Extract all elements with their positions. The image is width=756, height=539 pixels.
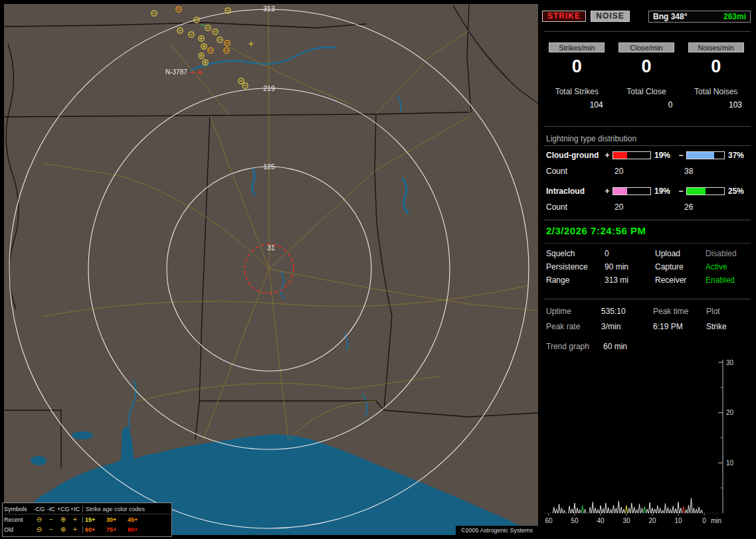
trend-spike bbox=[656, 506, 658, 513]
indicator-row: STRIKE NOISE Bng 348° 263mi bbox=[542, 11, 751, 23]
bearing-display: Bng 348° 263mi bbox=[648, 11, 751, 23]
age-code: 60+ bbox=[85, 526, 106, 533]
ring-label-close: 31 bbox=[267, 244, 275, 252]
persistence-value: 90 min bbox=[605, 262, 655, 271]
trend-spike bbox=[592, 502, 594, 513]
close-rate-value: 0 bbox=[612, 57, 682, 76]
ic-positive-count: 20 bbox=[614, 202, 684, 212]
plus-icon: + bbox=[69, 526, 81, 533]
total-strikes-label: Total Strikes bbox=[542, 87, 612, 96]
settings-row: Squelch 0 Upload Disabled bbox=[546, 249, 751, 258]
legend-recent-ages: 15+ 30+ 45+ bbox=[82, 516, 170, 523]
noises-per-min-badge[interactable]: Noises/min bbox=[688, 42, 744, 52]
divider bbox=[543, 220, 751, 220]
trend-spike bbox=[682, 506, 684, 513]
distribution-title: Lightning type distribution bbox=[546, 134, 751, 143]
svg-text:10: 10 bbox=[674, 517, 682, 524]
trend-graph-label: Trend graph bbox=[546, 342, 603, 351]
age-code: 75+ bbox=[106, 526, 128, 533]
minus-sign: − bbox=[677, 187, 685, 196]
total-close-value: 0 bbox=[612, 100, 682, 110]
divider bbox=[543, 299, 751, 299]
count-label: Count bbox=[546, 167, 614, 176]
rate-values-row: 0 0 0 bbox=[542, 57, 751, 76]
trend-spike bbox=[696, 509, 698, 513]
legend-old-ages: 60+ 75+ 90+ bbox=[82, 526, 170, 533]
peak-time-value: 6:19 PM bbox=[653, 322, 706, 331]
trend-header: Trend graph 60 min bbox=[546, 342, 751, 351]
age-code: 90+ bbox=[128, 526, 149, 533]
trend-spike bbox=[688, 505, 690, 513]
trend-spike bbox=[693, 508, 695, 513]
trend-spike bbox=[659, 508, 661, 513]
copyright-label: ©2005 Astrogenic Systems bbox=[456, 526, 538, 535]
uptime-value: 535:10 bbox=[601, 307, 653, 316]
peak-rate-value: 3/min bbox=[601, 322, 653, 331]
intracloud-row: Intracloud + 19% − 25% bbox=[546, 187, 751, 196]
svg-text:20: 20 bbox=[648, 517, 656, 524]
trend-spike bbox=[675, 508, 677, 513]
capture-status: Active bbox=[706, 262, 751, 271]
trend-spike bbox=[618, 501, 620, 513]
bar-fill bbox=[613, 152, 627, 159]
strike-indicator[interactable]: STRIKE bbox=[542, 11, 586, 22]
legend-old-row: Old ⊖ − ⊕ + 60+ 75+ 90+ bbox=[4, 524, 170, 534]
trend-spike bbox=[701, 510, 703, 513]
age-code: 45+ bbox=[128, 516, 149, 523]
uptime-label: Uptime bbox=[546, 307, 601, 316]
svg-text:20: 20 bbox=[726, 409, 734, 416]
cg-positive-pct: 19% bbox=[652, 151, 677, 160]
trend-spike bbox=[599, 506, 601, 513]
legend-col-cg-pos: +CG bbox=[57, 506, 69, 512]
squelch-label: Squelch bbox=[546, 249, 605, 258]
svg-text:50: 50 bbox=[571, 517, 579, 524]
svg-text:0: 0 bbox=[702, 517, 706, 524]
bar-fill bbox=[687, 152, 714, 159]
svg-text:40: 40 bbox=[597, 517, 605, 524]
cloud-ground-count-row: Count 20 38 bbox=[546, 167, 693, 176]
ring-label-inner: 125 bbox=[263, 163, 275, 171]
upload-status: Disabled bbox=[706, 249, 751, 258]
cg-negative-pct: 37% bbox=[726, 151, 751, 160]
trend-spike bbox=[667, 508, 669, 513]
bar-fill bbox=[687, 188, 706, 194]
bar-fill bbox=[613, 188, 627, 194]
strikes-per-min-badge[interactable]: Strikes/min bbox=[549, 42, 605, 52]
trend-spike bbox=[595, 508, 597, 513]
legend-recent-label: Recent bbox=[4, 516, 33, 523]
trend-spike bbox=[615, 508, 617, 513]
legend-symbols-title: Symbols bbox=[4, 506, 33, 512]
trend-spike bbox=[641, 508, 643, 513]
map-area: 313 219 125 31 N-3787 bbox=[4, 4, 538, 535]
noise-indicator[interactable]: NOISE bbox=[591, 11, 629, 22]
legend-col-ic-neg: -IC bbox=[45, 506, 57, 512]
trend-window-value: 60 min bbox=[603, 342, 751, 351]
trend-graph: 30 20 10 60 50 40 30 20 10 0 min bbox=[542, 354, 752, 535]
trend-spike bbox=[579, 510, 581, 513]
legend-old-label: Old bbox=[4, 526, 33, 533]
trend-spike bbox=[561, 508, 563, 513]
cloud-ground-row: Cloud-ground + 19% − 37% bbox=[546, 151, 751, 160]
trend-spike bbox=[670, 509, 672, 513]
station-label: N-3787 bbox=[165, 68, 187, 76]
map-canvas[interactable]: 313 219 125 31 N-3787 bbox=[4, 4, 538, 535]
app-window: 313 219 125 31 N-3787 Symbols -CG -IC +C… bbox=[0, 0, 756, 539]
cloud-ground-label: Cloud-ground bbox=[546, 151, 603, 160]
age-code: 30+ bbox=[106, 516, 128, 523]
total-noises-value: 103 bbox=[681, 100, 751, 110]
trend-spike bbox=[610, 509, 612, 513]
close-per-min-badge[interactable]: Close/min bbox=[618, 42, 674, 52]
map-legend: Symbols -CG -IC +CG +IC Strike age color… bbox=[2, 502, 172, 537]
plot-value: Strike bbox=[706, 322, 751, 331]
totals-values-row: 104 0 103 bbox=[542, 100, 751, 110]
datetime-display: 2/3/2026 7:24:56 PM bbox=[546, 225, 751, 236]
trend-spike bbox=[597, 510, 599, 513]
minus-icon: − bbox=[45, 516, 57, 523]
trend-spike bbox=[563, 510, 565, 513]
legend-age-title: Strike age color codes bbox=[82, 506, 170, 512]
legend-col-ic-pos: +IC bbox=[69, 506, 81, 512]
plus-sign: + bbox=[603, 151, 611, 160]
trend-spike-layer bbox=[553, 498, 702, 513]
y-minor-ticks bbox=[721, 388, 723, 488]
trend-spike bbox=[630, 503, 632, 513]
